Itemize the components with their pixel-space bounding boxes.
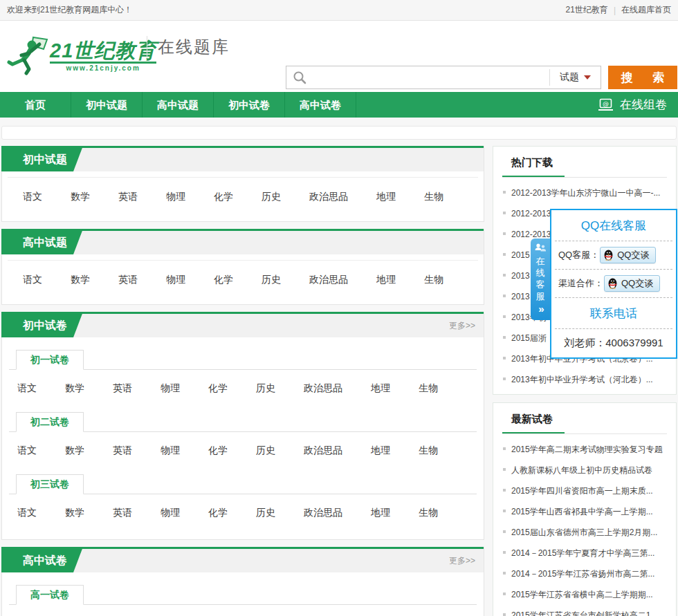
subject-link[interactable]: 政治思品 — [304, 382, 342, 395]
subject-link[interactable]: 历史 — [256, 382, 275, 395]
subject-link[interactable]: 政治思品 — [304, 445, 342, 457]
subject-link[interactable]: 英语 — [118, 191, 138, 203]
latest-papers-list: 2015学年高二期末考试物理实验复习专题人教新课标八年级上初中历史精品试卷201… — [493, 439, 676, 616]
more-link[interactable]: 更多>> — [449, 314, 475, 337]
section-header: 高中试题 — [2, 229, 484, 254]
subject-link[interactable]: 物理 — [166, 191, 185, 203]
subject-link[interactable]: 英语 — [113, 445, 132, 457]
logo-text: 21世纪教育 www.21cnjy.com — [50, 40, 156, 72]
logo-url: www.21cnjy.com — [50, 62, 156, 72]
subject-link[interactable]: 地理 — [371, 507, 390, 519]
subject-link[interactable]: 化学 — [208, 382, 228, 395]
subject-link[interactable]: 物理 — [161, 507, 180, 519]
section-body: 高一试卷 — [2, 572, 484, 616]
subject-link[interactable]: 政治思品 — [304, 507, 342, 519]
subject-link[interactable]: 语文 — [17, 382, 37, 395]
subject-link[interactable]: 生物 — [419, 445, 438, 457]
logo-title: 21世纪教育 — [50, 40, 156, 61]
topbar-link-site[interactable]: 21世纪教育 — [566, 4, 608, 16]
tab-grade10-papers[interactable]: 高一试卷 — [16, 585, 84, 605]
section-title: 初中试卷 — [2, 314, 484, 337]
subject-link[interactable]: 地理 — [371, 382, 390, 395]
list-item[interactable]: 2014－2015学年江苏省扬州市高二第... — [500, 563, 669, 584]
site-name-block: 在线题库 — [147, 36, 230, 58]
subject-link[interactable]: 物理 — [161, 445, 180, 457]
brand-logo[interactable]: 21世纪教育 www.21cnjy.com — [7, 36, 156, 76]
nav-item[interactable]: 高中试题 — [143, 92, 214, 118]
nav-item[interactable]: 高中试卷 — [285, 92, 356, 118]
list-item[interactable]: 2014－2015学年宁夏育才中学高三第... — [500, 543, 669, 563]
online-zujuan-button[interactable]: @ 在线组卷 — [598, 92, 678, 118]
subject-link[interactable]: 化学 — [214, 191, 233, 203]
list-item[interactable]: 2013年初中毕业升学考试（河北卷）... — [500, 369, 669, 390]
more-link[interactable]: 更多>> — [449, 549, 475, 572]
topbar-link-home[interactable]: 在线题库首页 — [621, 4, 671, 16]
subject-link[interactable]: 语文 — [23, 274, 42, 286]
welcome-text: 欢迎来到21世纪教育网题库中心！ — [7, 4, 132, 16]
tab-grade9-papers[interactable]: 初三试卷 — [16, 474, 84, 494]
zujuan-label: 在线组卷 — [620, 97, 667, 113]
list-item[interactable]: 2015学年高二期末考试物理实验复习专题 — [500, 439, 669, 460]
qq-popup-title: QQ在线客服 — [551, 210, 676, 241]
list-item[interactable]: 2015学年四川省资阳市高一上期末质... — [500, 480, 669, 501]
tabs-row: 初三试卷 — [9, 474, 477, 494]
search-input[interactable] — [311, 67, 549, 88]
subject-link[interactable]: 历史 — [256, 445, 275, 457]
subject-link[interactable]: 英语 — [113, 382, 132, 395]
subject-link[interactable]: 英语 — [118, 274, 138, 286]
main-nav: 首页初中试题高中试题初中试卷高中试卷 @ 在线组卷 — [0, 92, 678, 118]
subject-link[interactable]: 数学 — [65, 445, 84, 457]
subject-link[interactable]: 化学 — [208, 445, 228, 457]
runner-logo-icon — [7, 36, 50, 76]
subject-link[interactable]: 历史 — [256, 507, 275, 519]
subject-link[interactable]: 生物 — [419, 507, 438, 519]
qq-penguin-icon — [607, 278, 618, 289]
qq-chat-button[interactable]: QQ交谈 — [600, 247, 656, 263]
subject-link[interactable]: 英语 — [113, 507, 132, 519]
subject-link[interactable]: 地理 — [376, 274, 396, 286]
subject-link[interactable]: 历史 — [262, 274, 281, 286]
subject-link[interactable]: 物理 — [161, 382, 180, 395]
tab-grade7-papers[interactable]: 初一试卷 — [16, 350, 84, 370]
online-service-tab[interactable]: 在线客服 » — [531, 239, 550, 320]
subject-link[interactable]: 数学 — [65, 507, 84, 519]
nav-item[interactable]: 初中试题 — [71, 92, 143, 118]
list-item[interactable]: 2015学年江苏省东台市创新学校高二1... — [500, 605, 669, 616]
subject-link[interactable]: 数学 — [65, 382, 84, 395]
list-item[interactable]: 2015届山东省德州市高三上学期2月期... — [500, 522, 669, 543]
tab-grade8-papers[interactable]: 初二试卷 — [16, 412, 84, 432]
subject-link[interactable]: 语文 — [23, 191, 42, 203]
divider — [8, 260, 478, 261]
subject-link[interactable]: 政治思品 — [309, 191, 348, 203]
search-button[interactable]: 搜 索 — [608, 66, 677, 89]
list-item[interactable]: 2012-2013学年山东济宁微山一中高一-... — [500, 183, 669, 203]
nav-item[interactable]: 首页 — [0, 92, 71, 118]
list-item[interactable]: 2015学年江苏省省横中高二上学期期... — [500, 584, 669, 605]
subject-link[interactable]: 生物 — [424, 191, 443, 203]
subject-link[interactable]: 历史 — [262, 191, 281, 203]
list-item[interactable]: 人教新课标八年级上初中历史精品试卷 — [500, 460, 669, 480]
subject-link[interactable]: 语文 — [17, 507, 37, 519]
subject-link[interactable]: 语文 — [17, 445, 37, 457]
nav-item[interactable]: 初中试卷 — [214, 92, 285, 118]
subject-links-row: 语文数学英语物理化学历史政治思品地理生物 — [23, 191, 478, 203]
qq-chat-button[interactable]: QQ交谈 — [604, 275, 660, 292]
search-type-label: 试题 — [560, 71, 579, 84]
subject-link[interactable]: 化学 — [208, 507, 228, 519]
subject-link[interactable]: 生物 — [419, 382, 438, 395]
subject-link[interactable]: 地理 — [376, 191, 396, 203]
subject-links-row: 语文数学英语物理化学历史政治思品地理生物 — [17, 445, 477, 457]
subject-link[interactable]: 政治思品 — [309, 274, 348, 286]
phone-number: 刘老师：4006379991 — [551, 329, 676, 355]
subject-link[interactable]: 数学 — [71, 191, 90, 203]
search-type-dropdown[interactable]: 试题 — [549, 69, 601, 86]
list-item[interactable]: 2015学年山西省祁县中学高一上学期... — [500, 501, 669, 522]
people-icon — [535, 243, 547, 253]
subject-link[interactable]: 物理 — [166, 274, 185, 286]
section-body: 语文数学英语物理化学历史政治思品地理生物 — [2, 171, 484, 221]
subject-link[interactable]: 生物 — [424, 274, 443, 286]
subject-link[interactable]: 地理 — [371, 445, 390, 457]
subject-link[interactable]: 数学 — [71, 274, 90, 286]
section-title: 初中试题 — [2, 148, 484, 171]
subject-link[interactable]: 化学 — [214, 274, 233, 286]
